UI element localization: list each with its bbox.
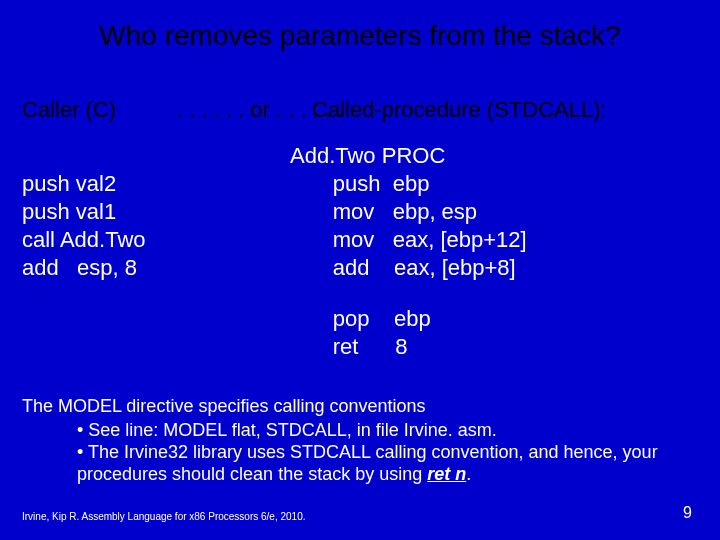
ret-n-emphasis: ret n [427,464,466,484]
caller-label: Caller (C) [22,97,116,123]
citation-text: Irvine, Kip R. Assembly Language for x86… [22,511,306,522]
notes-list: See line: MODEL flat, STDCALL, in file I… [22,419,702,485]
notes-block: The MODEL directive specifies calling co… [22,395,702,485]
slide: Who removes parameters from the stack? C… [0,0,720,540]
page-number: 9 [683,504,692,522]
callee-code-block-top: Add.Two PROC push ebp mov ebp, esp mov e… [290,142,527,282]
slide-title: Who removes parameters from the stack? [0,20,720,52]
note-b2-post: . [466,464,471,484]
note-bullet-1: See line: MODEL flat, STDCALL, in file I… [77,419,702,441]
caller-code-block: push val2 push val1 call Add.Two add esp… [22,170,146,282]
note-b2-pre: The Irvine32 library uses STDCALL callin… [77,442,658,484]
note-bullet-2: The Irvine32 library uses STDCALL callin… [77,441,702,485]
called-label: Called-procedure (STDCALL): [312,97,607,123]
callee-code-block-bottom: pop ebp ret 8 [290,305,431,361]
notes-intro: The MODEL directive specifies calling co… [22,395,702,417]
